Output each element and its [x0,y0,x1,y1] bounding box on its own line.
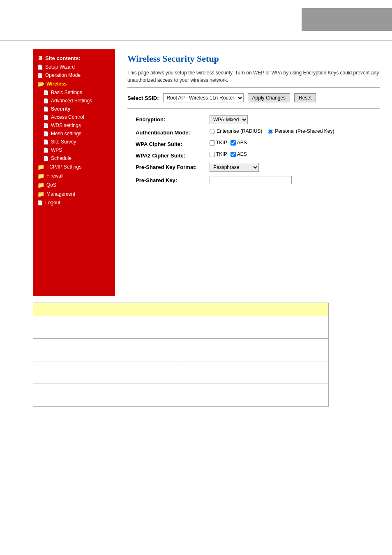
table-cell [33,316,181,339]
top-bar [0,0,392,41]
page-icon: 📄 [37,65,43,70]
sidebar-item-operation-mode[interactable]: 📄 Operation Mode [35,71,113,79]
divider-mid [127,108,380,109]
psk-value [210,176,292,184]
sidebar-item-site-survey[interactable]: 📄 Site Survey [35,138,113,146]
psk-row: Pre-Shared Key: [136,176,380,184]
page-icon: 📄 [43,148,49,153]
wpa2-cipher-label: WPA2 Cipher Suite: [136,151,210,159]
page-icon: 📄 [43,139,49,145]
sidebar-title: 🖥 Site contents: [35,53,113,63]
sidebar-item-wireless[interactable]: 📂 Wireless [35,79,113,88]
psk-format-value: Passphrase [210,163,259,172]
bottom-table [33,303,329,407]
page-description: This page allows you setup the wireless … [127,69,380,84]
sidebar-item-mesh-settings[interactable]: 📄 Mesh settings [35,130,113,138]
table-row [33,384,329,407]
sidebar-item-schedule[interactable]: 📄 Schedule [35,154,113,162]
sidebar-item-wps[interactable]: 📄 WPS [35,146,113,154]
table-cell [33,361,181,384]
sidebar-item-basic-settings[interactable]: 📄 Basic Settings [35,88,113,97]
wpa-cipher-label: WPA Cipher Suite: [136,140,210,147]
reset-button[interactable]: Reset [294,93,316,102]
wpa-aes-label: AES [237,140,247,146]
top-bar-logo-area [302,8,392,31]
sidebar-item-management[interactable]: 📁 Management [35,190,113,199]
folder-icon: 📁 [37,191,44,197]
sidebar-item-logout[interactable]: 📄 Logout [35,199,113,207]
auth-enterprise-option[interactable]: Enterprise (RADIUS) [210,128,262,134]
psk-label: Pre-Shared Key: [136,176,210,183]
wpa-tkip-option[interactable]: TKIP [210,140,227,146]
table-cell [181,361,329,384]
wpa2-tkip-label: TKIP [216,151,227,157]
table-cell [181,384,329,407]
page-icon: 📄 [43,156,49,161]
psk-format-row: Pre-Shared Key Format: Passphrase [136,163,380,172]
ssid-select[interactable]: Root AP - Wireless-11n-Router [163,93,244,102]
folder-icon: 📂 [37,81,44,87]
sidebar-item-tcpip[interactable]: 📁 TCP/IP Settings [35,162,113,171]
wpa2-tkip-option[interactable]: TKIP [210,151,227,157]
page-icon: 📄 [43,106,49,112]
ssid-label: Select SSID: [127,95,159,101]
wpa-tkip-checkbox[interactable] [210,140,215,146]
psk-format-select[interactable]: Passphrase [210,163,259,172]
auth-personal-label: Personal (Pre-Shared Key) [275,128,334,134]
table-header-col1 [33,303,181,316]
folder-icon: 📁 [37,164,44,170]
page-title: Wireless Security Setup [127,53,380,64]
apply-changes-button[interactable]: Apply Changes [248,93,290,102]
sidebar-item-firewall[interactable]: 📁 Firewall [35,171,113,180]
psk-input[interactable] [210,176,292,184]
encryption-label: Encryption: [136,115,210,123]
page-icon: 📄 [43,98,49,104]
wpa-cipher-row: WPA Cipher Suite: TKIP AES [136,140,380,147]
auth-personal-option[interactable]: Personal (Pre-Shared Key) [268,128,334,134]
table-row [33,361,329,384]
sidebar-item-advanced-settings[interactable]: 📄 Advanced Settings [35,97,113,105]
auth-mode-options: Enterprise (RADIUS) Personal (Pre-Shared… [210,128,334,134]
table-header-row [33,303,329,316]
content-area: Wireless Security Setup This page allows… [115,49,392,296]
sidebar-item-wds-settings[interactable]: 📄 WDS settings [35,121,113,130]
table-cell [33,384,181,407]
page-icon: 📄 [43,115,49,120]
encryption-row: Encryption: WPA-Mixed [136,115,380,124]
page-icon: 📄 [43,123,49,128]
folder-icon: 📁 [37,173,44,179]
auth-personal-radio[interactable] [268,129,273,134]
encryption-select[interactable]: WPA-Mixed [210,115,248,124]
folder-icon: 📁 [37,182,44,188]
computer-icon: 🖥 [37,55,43,61]
table-cell [33,339,181,361]
encryption-value: WPA-Mixed [210,115,248,124]
wpa2-aes-option[interactable]: AES [231,151,247,157]
sidebar-item-access-control[interactable]: 📄 Access Control [35,113,113,121]
sidebar-item-security[interactable]: 📄 Security [35,105,113,113]
auth-mode-row: Authentication Mode: Enterprise (RADIUS)… [136,128,380,136]
wpa-cipher-options: TKIP AES [210,140,247,146]
psk-format-label: Pre-Shared Key Format: [136,163,210,170]
table-cell [181,339,329,361]
auth-enterprise-label: Enterprise (RADIUS) [217,128,262,134]
table-row [33,339,329,361]
table-cell [181,316,329,339]
auth-enterprise-radio[interactable] [210,129,215,134]
security-form: Encryption: WPA-Mixed Authentication Mod… [136,115,380,184]
sidebar: 🖥 Site contents: 📄 Setup Wizard 📄 Operat… [33,49,115,296]
sidebar-item-qos[interactable]: 📁 QoS [35,180,113,190]
wpa-aes-checkbox[interactable] [231,140,236,146]
page-icon: 📄 [37,73,43,78]
table-row [33,316,329,339]
auth-mode-label: Authentication Mode: [136,128,210,136]
divider-top [127,87,380,88]
wpa-aes-option[interactable]: AES [231,140,247,146]
ssid-row: Select SSID: Root AP - Wireless-11n-Rout… [127,93,380,102]
wpa2-tkip-checkbox[interactable] [210,152,215,157]
wpa2-cipher-options: TKIP AES [210,151,247,157]
wpa2-aes-checkbox[interactable] [231,152,236,157]
sidebar-item-setup-wizard[interactable]: 📄 Setup Wizard [35,63,113,71]
table-header-col2 [181,303,329,316]
page-icon: 📄 [37,200,43,206]
